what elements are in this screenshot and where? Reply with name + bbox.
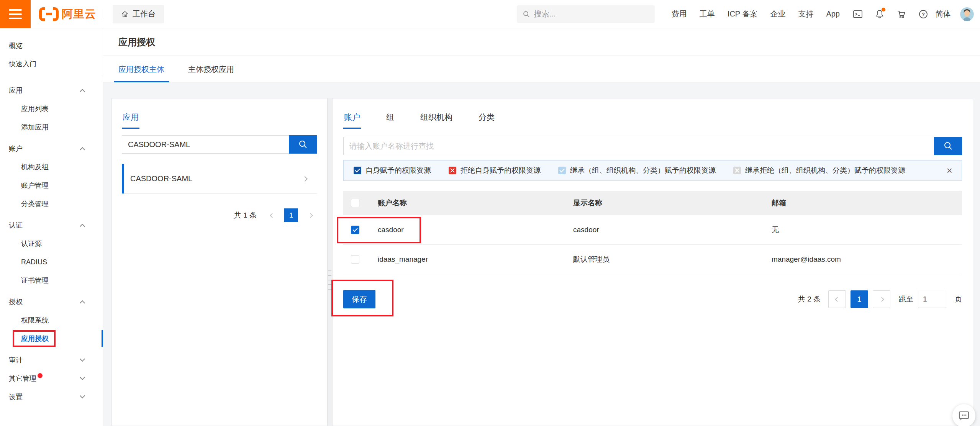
sidebar-item-auth-source[interactable]: 认证源 [0,234,103,253]
table-row-idaas-manager[interactable]: idaas_manager 默认管理员 manager@idaas.com [343,245,962,274]
nav-billing[interactable]: 费用 [672,9,687,19]
close-icon[interactable]: × [947,165,952,175]
nav-enterprise[interactable]: 企业 [770,9,785,19]
tab-application[interactable]: 应用 [122,112,139,129]
tab-subject-auth-app[interactable]: 主体授权应用 [188,64,234,82]
page-unit-label: 页 [955,294,962,304]
account-search-button[interactable] [934,137,962,155]
jump-to-label: 跳至 [899,294,913,304]
panel-splitter[interactable] [327,98,332,426]
sidebar-item-account-mgmt[interactable]: 账户管理 [0,176,103,195]
app-list-pagination: 共 1 条 1 [122,208,317,222]
table-row-casdoor[interactable]: casdoor casdoor 无 [343,215,962,245]
header-divider [104,9,104,19]
tab-app-auth-subject[interactable]: 应用授权主体 [118,64,164,82]
inherited-deny-x-icon [733,167,741,174]
header-search-input[interactable]: 搜索... [517,5,655,23]
app-search-button[interactable] [289,135,317,154]
sidebar-item-app-authorization[interactable]: 应用授权 [0,329,103,348]
prev-page-button[interactable] [265,209,279,222]
sidebar-item-app-list[interactable]: 应用列表 [0,100,103,118]
app-list-item[interactable]: CASDOOR-SAML [122,164,317,194]
header-icons: ? [852,9,929,20]
sidebar-item-add-app[interactable]: 添加应用 [0,118,103,136]
sidebar-item-cert-mgmt[interactable]: 证书管理 [0,271,103,290]
logo-text: 阿里云 [62,7,96,22]
nav-tickets[interactable]: 工单 [700,9,715,19]
sidebar-item-quickstart[interactable]: 快速入门 [0,55,103,73]
sidebar-group-application[interactable]: 应用 [0,81,103,100]
sidebar-group-settings[interactable]: 设置 [0,388,103,406]
application-panel: 应用 CASDOOR-SAML [111,98,327,426]
sidebar-item-overview[interactable]: 概览 [0,36,103,55]
nav-support[interactable]: 支持 [798,9,813,19]
legend-deny-self-granted: 拒绝自身赋予的权限资源 [449,165,541,175]
legend-inherited: 继承（组、组织机构、分类）赋予的权限资源 [558,165,716,175]
tab-accounts[interactable]: 账户 [343,112,361,129]
app-search-row [122,135,317,154]
splitter-grip[interactable] [328,270,331,293]
sidebar-group-account[interactable]: 账户 [0,139,103,158]
prev-page-button[interactable] [828,290,846,308]
alibaba-cloud-logo[interactable]: 阿里云 [39,7,96,22]
sidebar-group-other-mgmt[interactable]: 其它管理 [0,369,103,388]
workbench-button[interactable]: 工作台 [113,5,164,23]
inherited-checkbox-icon [558,167,566,174]
body-layout: 概览 快速入门 应用 应用列表 添加应用 账户 机构及组 账户管理 分类管理 认… [0,28,980,426]
next-page-button[interactable] [304,209,317,222]
search-icon [523,10,530,18]
page-header: 应用授权 [103,28,980,56]
jump-page-input[interactable] [918,291,946,308]
sidebar-group-audit[interactable]: 审计 [0,351,103,369]
nav-icp[interactable]: ICP 备案 [728,9,758,19]
tab-organizations[interactable]: 组织机构 [420,112,453,129]
chat-bubble-icon [958,410,970,421]
select-all-checkbox[interactable] [351,199,359,207]
legend-self-granted: 自身赋予的权限资源 [354,165,431,175]
account-search-row [343,137,962,155]
column-account-name: 账户名称 [378,198,573,208]
notifications-bell-icon[interactable] [874,9,885,20]
cell-account-name: casdoor [378,226,573,234]
sidebar-group-authentication[interactable]: 认证 [0,216,103,234]
cell-account-name: idaas_manager [378,255,573,264]
row-checkbox-checked[interactable] [351,226,359,234]
app-search-input[interactable] [122,135,289,154]
tab-categories[interactable]: 分类 [478,112,495,129]
sidebar-item-category-mgmt[interactable]: 分类管理 [0,195,103,213]
chevron-up-icon [80,300,85,306]
next-page-button[interactable] [873,290,890,308]
sidebar-item-permission-system[interactable]: 权限系统 [0,311,103,329]
user-avatar[interactable] [960,7,974,21]
top-bar: 阿里云 工作台 搜索... 费用 工单 ICP 备案 企业 支持 App [0,0,980,28]
app-window: 阿里云 工作台 搜索... 费用 工单 ICP 备案 企业 支持 App [0,0,980,426]
feedback-chat-button[interactable] [952,404,975,426]
save-button[interactable]: 保存 [343,290,375,308]
help-icon[interactable]: ? [918,9,929,20]
total-count: 共 2 条 [798,294,821,304]
chevron-up-icon [80,147,85,152]
row-checkbox-unchecked[interactable] [351,255,359,264]
legend-bar: 自身赋予的权限资源 拒绝自身赋予的权限资源 继承（组、组织机构、分类）赋予的权限… [343,160,962,181]
sidebar: 概览 快速入门 应用 应用列表 添加应用 账户 机构及组 账户管理 分类管理 认… [0,28,103,426]
cloud-shell-icon[interactable] [852,9,863,20]
account-search-input[interactable] [343,137,934,155]
app-name: CASDOOR-SAML [130,174,192,183]
cart-icon[interactable] [896,9,907,20]
subjects-panel: 账户 组 组织机构 分类 [332,98,973,426]
page-tabs: 应用授权主体 主体授权应用 [103,56,980,82]
sidebar-item-org-groups[interactable]: 机构及组 [0,158,103,176]
content-area: 应用 CASDOOR-SAML [103,82,980,426]
chevron-up-icon [80,224,85,229]
tab-groups[interactable]: 组 [385,112,395,129]
chevron-right-icon [302,176,308,181]
table-header-row: 账户名称 显示名称 邮箱 [343,191,962,215]
current-page[interactable]: 1 [284,208,298,222]
current-page[interactable]: 1 [851,290,868,308]
hamburger-menu-icon[interactable] [0,0,31,28]
checked-checkbox-icon [354,167,361,174]
locale-switcher[interactable]: 简体 [936,9,951,19]
sidebar-group-authorization[interactable]: 授权 [0,293,103,311]
nav-app[interactable]: App [826,10,840,18]
sidebar-item-radius[interactable]: RADIUS [0,253,103,271]
